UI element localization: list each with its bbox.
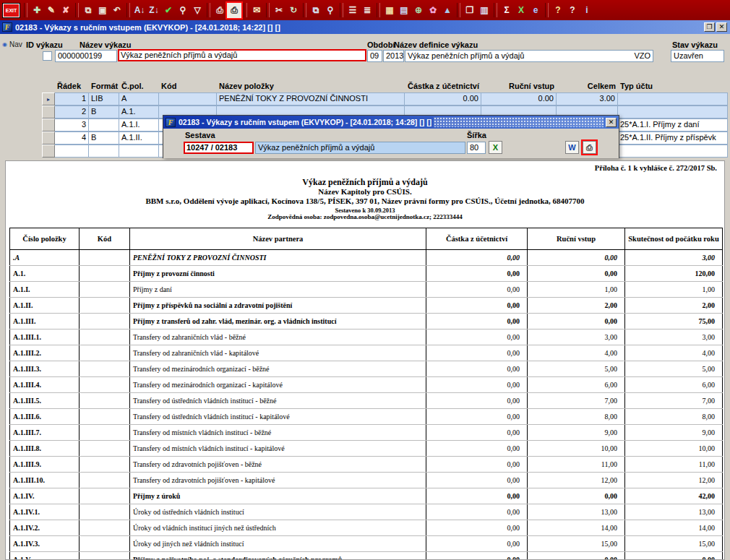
window-titlebar[interactable]: F 02183 - Výkazy s ručním vstupem (EKVYK…	[0, 20, 730, 34]
toolbar-separator	[75, 3, 79, 17]
grid-cell-radek[interactable]: 3	[55, 119, 89, 132]
grid-header-kod[interactable]: Kód	[159, 81, 217, 92]
grid-cell-radek[interactable]	[55, 145, 89, 158]
grid-cell-cpol[interactable]	[119, 145, 159, 158]
filter-icon[interactable]: ▽	[190, 3, 205, 18]
cut-icon[interactable]: ✂	[272, 3, 286, 18]
edit-record-icon[interactable]: ✎	[44, 3, 59, 18]
grid-header-celkem[interactable]: Celkem	[557, 81, 618, 92]
grid-cell-celkem[interactable]: 3.00	[557, 92, 618, 105]
row-selector-button[interactable]	[42, 132, 55, 145]
globe-icon[interactable]: ⊕	[411, 3, 426, 18]
grid-cell-typ[interactable]	[618, 92, 728, 105]
nav-panel-toggle[interactable]: ◉ Nav	[2, 40, 22, 48]
row-selector-button[interactable]	[42, 105, 55, 119]
sestava-nazev-field[interactable]: Výkaz peněžních příjmů a výdajů	[255, 142, 465, 154]
sirka-label: Šířka	[467, 131, 486, 139]
grid-cell-radek[interactable]: 1	[55, 92, 89, 105]
grid-cell-typ[interactable]: 25*A.1.I. Příjmy z daní	[618, 119, 728, 132]
dialog-titlebar[interactable]: F 02183 - Výkazy s ručním vstupem (EKVYK…	[163, 116, 619, 129]
refresh-icon[interactable]: ↻	[286, 3, 301, 18]
close-button[interactable]: ✕	[716, 22, 727, 32]
grid-cell-cpol[interactable]: A	[119, 92, 159, 105]
grid-cell-rucni[interactable]: 0.00	[481, 92, 557, 105]
grid-header-cpol[interactable]: Č.pol.	[119, 81, 159, 92]
mail-icon[interactable]: ✉	[249, 3, 264, 18]
word-export-icon[interactable]: W	[565, 141, 579, 154]
obdobi-mesic-field[interactable]: 09	[367, 50, 382, 62]
grid-cell-format[interactable]	[89, 119, 119, 132]
save-icon[interactable]: ▤	[397, 3, 411, 18]
report-cell-castka: 0,00	[426, 488, 528, 504]
row-selector-button[interactable]: ▸	[42, 92, 55, 105]
delete-record-icon[interactable]: ✘	[59, 3, 73, 18]
grid-cell-typ[interactable]: 25*A.1.II. Příjmy z příspěvk	[618, 132, 728, 145]
image-icon[interactable]: ▲	[440, 3, 455, 18]
restore-button[interactable]: ❐	[704, 22, 715, 32]
search-icon[interactable]: ⚲	[176, 3, 190, 18]
question-icon[interactable]: ?	[565, 3, 580, 18]
help-icon[interactable]: ?	[551, 3, 565, 18]
sort-ascending-icon[interactable]: A↓	[132, 3, 147, 18]
grid-cell-format[interactable]: LIB	[89, 92, 119, 105]
toolbar-separator	[340, 3, 343, 17]
record-select-checkbox[interactable]	[43, 51, 52, 61]
grid-cell-format[interactable]: B	[89, 132, 119, 145]
toolbar-separator	[377, 3, 380, 17]
sirka-field[interactable]: 80	[467, 142, 486, 154]
report-cell-nazev: PENĚŽNÍ TOKY Z PROVOZNÍ ČINNOSTI	[130, 250, 426, 266]
grid-cell-cpol[interactable]: A.1.	[119, 105, 159, 119]
new-record-icon[interactable]: ✚	[30, 3, 44, 18]
dialog-close-button[interactable]: ✕	[606, 118, 617, 127]
nazev-vykazu-field[interactable]: Výkaz peněžních příjmů a výdajů	[118, 49, 366, 61]
settings-flower-icon[interactable]: ✿	[426, 3, 440, 18]
row-selector-button[interactable]	[42, 145, 55, 158]
grid-cell-cpol[interactable]: A.1.I.	[119, 119, 159, 132]
grid-cell-format[interactable]: B	[89, 105, 119, 119]
grid-header-format[interactable]: Formát	[89, 81, 119, 92]
paste-record-icon[interactable]: ▣	[95, 3, 110, 18]
confirm-icon[interactable]: ✔	[161, 3, 176, 18]
grid-cell-nazev[interactable]: PENĚŽNÍ TOKY Z PROVOZNÍ ČINNOSTI	[217, 92, 405, 105]
excel-export-icon[interactable]: X	[489, 141, 502, 154]
grid-cell-typ[interactable]	[618, 105, 728, 119]
grid-cell-kod[interactable]	[159, 92, 217, 105]
sum-icon[interactable]: Σ	[499, 3, 514, 18]
grid-cell-cpol[interactable]: A.1.II.	[119, 132, 159, 145]
grid-header-radek[interactable]: Řádek	[55, 81, 89, 92]
grid-header-typ[interactable]: Typ účtu	[618, 81, 728, 92]
info-icon[interactable]: i	[580, 3, 594, 18]
report-preview-icon[interactable]: ⎙	[583, 141, 596, 154]
stav-vykazu-field[interactable]: Uzavřen	[671, 50, 724, 62]
undo-record-icon[interactable]: ↶	[110, 3, 124, 18]
nazev-definice-field[interactable]: Výkaz peněžních příjmů a výdajů VZO	[405, 50, 653, 62]
chart-icon[interactable]: ▥	[477, 3, 491, 18]
web-icon[interactable]: e	[528, 3, 543, 18]
print-icon[interactable]: ⎙	[212, 3, 227, 18]
row-list-icon[interactable]: ☰	[345, 3, 360, 18]
grid-cell-radek[interactable]: 4	[55, 132, 89, 145]
exit-button[interactable]: EXIT	[2, 3, 20, 18]
sestava-id-field[interactable]: 10247 / 02183	[184, 142, 254, 154]
window-icon[interactable]: ❐	[463, 3, 477, 18]
id-vykazu-field[interactable]: 0000000199	[55, 50, 117, 62]
excel-icon[interactable]: X	[514, 3, 528, 18]
copy-record-icon[interactable]: ⧉	[81, 3, 95, 18]
copy-structure-icon[interactable]: ⧉	[309, 3, 323, 18]
sort-descending-icon[interactable]: Z↓	[147, 3, 161, 18]
grid-view-icon[interactable]: ▦	[382, 3, 397, 18]
obdobi-rok-field[interactable]: 2013	[383, 50, 404, 62]
print-preview-icon[interactable]: ⎙	[227, 3, 241, 18]
grid-cell-typ[interactable]	[618, 145, 728, 158]
grid-cell-radek[interactable]: 2	[55, 105, 89, 119]
grid-header-rucni[interactable]: Ruční vstup	[481, 81, 557, 92]
grid-row: ▸1LIBAPENĚŽNÍ TOKY Z PROVOZNÍ ČINNOSTI0.…	[42, 92, 728, 105]
column-list-icon[interactable]: ≣	[360, 3, 374, 18]
row-selector-button[interactable]	[42, 119, 55, 132]
zoom-document-icon[interactable]: ⚲	[323, 3, 338, 18]
grid-header-nazev[interactable]: Název položky	[217, 81, 405, 92]
grid-cell-castka[interactable]: 0.00	[405, 92, 481, 105]
grid-header-castka[interactable]: Částka z účetnictví	[405, 81, 481, 92]
report-cell-skutecnost: 42,00	[625, 488, 723, 504]
grid-cell-format[interactable]	[89, 145, 119, 158]
